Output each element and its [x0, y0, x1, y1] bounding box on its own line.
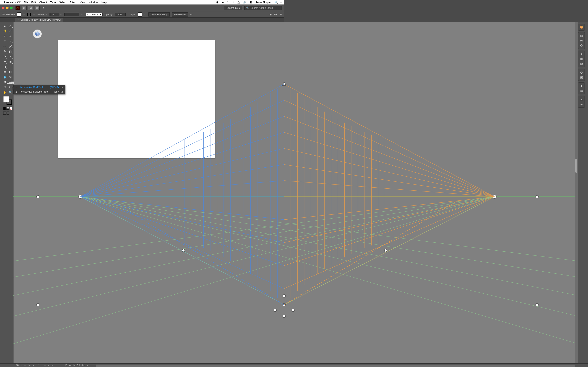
- tools-panel: ▲△ ✨➰ ✒✒ T╱ ▭🖌 ✎◧ ⟳⤢ ⇔▣ ◑▱ ▦◧ 💧⧉ ✱▁▃▅ ⊞✂…: [2, 22, 13, 177]
- wifi-icon[interactable]: ⧋: [237, 1, 240, 4]
- flyout-item-label: Perspective Grid Tool: [20, 86, 43, 89]
- hand-tool[interactable]: ✋: [2, 90, 8, 95]
- variable-width-profile[interactable]: [64, 13, 79, 16]
- color-mode-none[interactable]: ─: [9, 107, 12, 110]
- pen-tool[interactable]: ✒: [2, 33, 8, 39]
- rotate-tool[interactable]: ⟳: [2, 54, 8, 59]
- lasso-tool[interactable]: ➰: [8, 28, 13, 33]
- menu-object[interactable]: Object: [39, 1, 47, 4]
- menu-effect[interactable]: Effect: [70, 1, 77, 4]
- slice-tool[interactable]: ✂: [8, 84, 13, 90]
- notification-center-icon[interactable]: ≣: [280, 1, 282, 4]
- color-mode-solid[interactable]: [3, 107, 6, 110]
- isolate-panel-icon[interactable]: ⊟▾: [274, 13, 277, 16]
- align-to-icon[interactable]: ⌗▾: [190, 13, 192, 16]
- flyout-item-perspective-selection[interactable]: ▲ Perspective Selection Tool (Shift+V): [13, 90, 65, 94]
- window-zoom-button[interactable]: [10, 7, 13, 9]
- stroke-dropdown[interactable]: [33, 14, 35, 15]
- rectangle-tool[interactable]: ▭: [2, 44, 8, 49]
- gpu-preview-icon[interactable]: ✈: [41, 6, 46, 10]
- menu-view[interactable]: View: [80, 1, 86, 4]
- symbol-sprayer-tool[interactable]: ✱: [2, 79, 8, 84]
- fill-swatch[interactable]: [17, 12, 21, 17]
- opacity-field[interactable]: 100%: [115, 13, 126, 16]
- menu-help[interactable]: Help: [102, 1, 107, 4]
- window-minimize-button[interactable]: [6, 7, 9, 9]
- control-bar: No Selection Stroke: ⇅ 1 pt 3 pt. Round▾…: [0, 11, 284, 17]
- blend-tool[interactable]: ⧉: [8, 74, 13, 79]
- graphic-style-dropdown[interactable]: [144, 14, 146, 15]
- menu-type[interactable]: Type: [50, 1, 56, 4]
- graphic-style-swatch[interactable]: [138, 12, 142, 17]
- flyout-item-label: Perspective Selection Tool: [20, 90, 48, 93]
- document-tab[interactable]: × Untitled-1 @ 100% (RGB/GPU Preview): [15, 18, 63, 22]
- eraser-tool[interactable]: ◧: [8, 49, 13, 54]
- bluetooth-icon[interactable]: ᛒ: [233, 1, 234, 4]
- bridge-button[interactable]: Br: [22, 6, 26, 10]
- paintbrush-tool[interactable]: 🖌: [8, 44, 13, 49]
- window-close-button[interactable]: [2, 7, 4, 9]
- selection-tool[interactable]: ▲: [2, 23, 8, 28]
- mesh-tool[interactable]: ▦: [2, 69, 8, 74]
- curvature-tool[interactable]: ✒: [8, 33, 13, 39]
- workspace-switcher[interactable]: Essentials ▾: [224, 6, 242, 10]
- app-titlebar: Ai Br St ▦▾ ✈ Essentials ▾ 🔍 Search Adob…: [0, 4, 284, 11]
- status-dot-icon[interactable]: ◉: [216, 1, 218, 4]
- stroke-weight-field[interactable]: 1 pt: [49, 13, 59, 16]
- artbo& tool[interactable]: ⊞: [2, 84, 8, 90]
- direct-selection-tool[interactable]: △: [8, 23, 13, 28]
- menu-window[interactable]: Window: [89, 1, 98, 4]
- panel-menu-icon[interactable]: ≣: [280, 13, 282, 16]
- tab-close-icon[interactable]: ×: [18, 18, 19, 21]
- brush-definition-dropdown[interactable]: 3 pt. Round▾: [85, 13, 103, 16]
- shape-builder-tool[interactable]: ◑: [2, 64, 8, 69]
- width-tool[interactable]: ⇔: [2, 59, 8, 64]
- stock-button[interactable]: St: [28, 6, 33, 10]
- screen-mode-full[interactable]: [7, 111, 9, 115]
- fill-dropdown[interactable]: [23, 14, 25, 15]
- gradient-tool[interactable]: ◧: [8, 69, 13, 74]
- flyout-item-perspective-grid[interactable]: ▱ Perspective Grid Tool (Shift+P) ▸: [13, 85, 65, 90]
- shaper-tool[interactable]: ✎: [2, 49, 8, 54]
- zoom-tool[interactable]: 🔍: [8, 90, 13, 95]
- arrange-documents-button[interactable]: ▦▾: [35, 6, 40, 10]
- width-profile-dropdown[interactable]: [81, 14, 83, 15]
- fill-color-box[interactable]: [3, 96, 9, 102]
- column-graph-tool[interactable]: ▁▃▅: [8, 79, 13, 84]
- stroke-stepper-icon[interactable]: ⇅: [45, 13, 47, 16]
- volume-icon[interactable]: 🔊: [243, 1, 246, 4]
- transform-panel-icon[interactable]: ▣: [269, 13, 272, 16]
- svg-line-35: [80, 84, 284, 177]
- magic-wand-tool[interactable]: ✨: [2, 28, 8, 33]
- timemachine-icon[interactable]: ↻: [227, 1, 229, 4]
- opacity-dropdown-icon[interactable]: ›: [128, 13, 129, 16]
- flyout-tearoff-handle[interactable]: [12, 87, 13, 90]
- line-segment-tool[interactable]: ╱: [8, 39, 13, 44]
- free-transform-tool[interactable]: ▣: [8, 59, 13, 64]
- adobe-stock-search[interactable]: 🔍 Search Adobe Stock: [244, 6, 282, 10]
- screen-mode-normal[interactable]: [3, 111, 6, 115]
- selection-indicator: No Selection: [2, 13, 15, 16]
- app-menu[interactable]: Illustrator CC: [4, 1, 21, 4]
- perspective-grid-icon: ▱: [15, 86, 18, 89]
- edit-toolbar-icon[interactable]: [10, 111, 12, 115]
- flyout-item-shortcut: (Shift+V): [50, 91, 63, 93]
- macos-user[interactable]: Train Simple: [256, 1, 270, 4]
- menu-edit[interactable]: Edit: [31, 1, 36, 4]
- stroke-weight-dropdown[interactable]: [61, 14, 62, 15]
- document-setup-button[interactable]: Document Setup: [148, 12, 170, 17]
- menu-file[interactable]: File: [24, 1, 28, 4]
- battery-icon[interactable]: ▮▯: [250, 1, 252, 4]
- stroke-swatch[interactable]: [27, 13, 31, 16]
- eyedropper-tool[interactable]: 💧: [2, 74, 8, 79]
- cc-sync-icon[interactable]: ☁︎: [221, 1, 224, 4]
- menu-select[interactable]: Select: [59, 1, 66, 4]
- color-mode-gradient[interactable]: [6, 107, 9, 110]
- svg-line-38: [80, 132, 284, 177]
- fill-stroke-control[interactable]: [3, 96, 12, 105]
- type-tool[interactable]: T: [2, 39, 8, 44]
- scale-tool[interactable]: ⤢: [8, 54, 13, 59]
- preferences-button[interactable]: Preferences: [172, 12, 188, 17]
- canvas-area[interactable]: [13, 22, 284, 177]
- spotlight-icon[interactable]: 🔍: [275, 1, 278, 4]
